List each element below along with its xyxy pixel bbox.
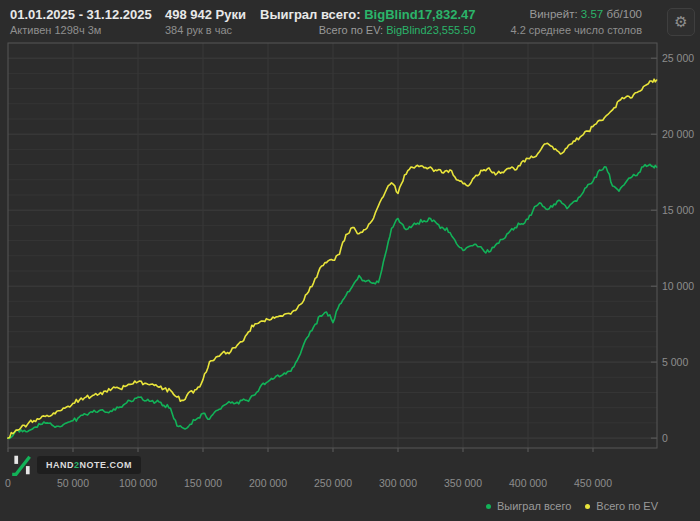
x-tick-label: 250 000 [314,477,352,489]
won-label: Выиграл всего: [260,7,361,22]
legend-item-ev[interactable]: Всего по EV [585,500,658,512]
stats-header: 01.01.2025 - 31.12.2025 Активен 1298ч 3м… [0,0,700,43]
x-tick-label: 450 000 [574,477,612,489]
x-tick-label: 50 000 [57,477,89,489]
winrate-block: Винрейт: 3.57 бб/100 4.2 среднее число с… [510,6,642,37]
winnings-block: Выиграл всего: BigBlind17,832.47 Всего п… [260,6,476,37]
y-tick-label: 25 000 [662,52,694,64]
date-range: 01.01.2025 - 31.12.2025 [10,6,152,23]
x-tick-label: 300 000 [379,477,417,489]
chart-legend: Выиграл всего Всего по EV [486,500,658,512]
winnings-chart[interactable]: 05 00010 00015 00020 00025 000050 000100… [0,0,700,521]
x-tick-label: 100 000 [119,477,157,489]
wordmark-part3: NOTE.COM [80,460,133,470]
winrate-value: 3.57 [581,8,603,20]
x-tick-label: 0 [5,477,11,489]
x-tick-label: 350 000 [444,477,482,489]
hand2note-graph-window: 05 00010 00015 00020 00025 000050 000100… [0,0,700,521]
y-tick-label: 15 000 [662,204,694,216]
hands-per-hour: 384 рук в час [165,23,246,37]
won-value: BigBlind17,832.47 [364,7,475,22]
wordmark-part1: HAND [46,460,74,470]
y-tick-label: 0 [662,432,668,444]
legend-item-won[interactable]: Выиграл всего [486,500,571,512]
legend-dot-green [486,504,491,509]
avg-tables: 4.2 среднее число столов [510,23,642,37]
legend-dot-yellow [585,504,590,509]
hands-total: 498 942 Руки [165,6,246,23]
series-line-ev[interactable] [8,79,657,438]
hand2note-wordmark: HAND2NOTE.COM [37,456,141,474]
x-tick-label: 150 000 [184,477,222,489]
active-time: Активен 1298ч 3м [10,23,152,37]
legend-label-ev: Всего по EV [596,500,658,512]
hand2note-logo-icon [10,453,34,477]
y-tick-label: 20 000 [662,128,694,140]
ev-value: BigBlind23,555.50 [386,24,475,36]
legend-label-won: Выиграл всего [497,500,571,512]
gear-icon[interactable]: ⚙ [667,8,695,36]
y-tick-label: 5 000 [662,356,688,368]
winrate-unit: бб/100 [606,8,642,20]
y-tick-label: 10 000 [662,280,694,292]
winrate-label: Винрейт: [530,8,578,20]
hand2note-logo: HAND2NOTE.COM [10,453,141,477]
date-block: 01.01.2025 - 31.12.2025 Активен 1298ч 3м [10,6,152,37]
ev-label: Всего по EV: [319,24,383,36]
x-tick-label: 200 000 [249,477,287,489]
x-tick-label: 400 000 [509,477,547,489]
hands-block: 498 942 Руки 384 рук в час [165,6,246,37]
